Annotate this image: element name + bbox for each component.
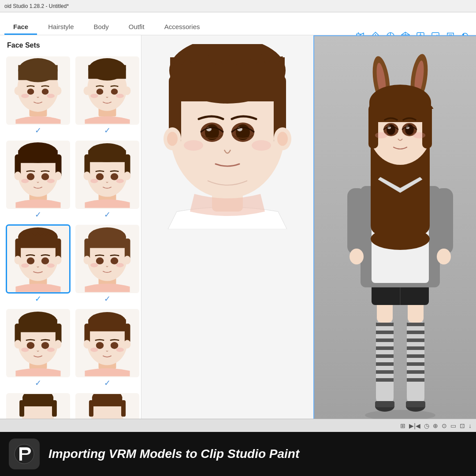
list-item[interactable]: ✓ xyxy=(4,54,73,138)
check-mark-1: ✓ xyxy=(35,126,41,135)
list-item[interactable]: ✓ xyxy=(4,222,73,306)
svg-rect-76 xyxy=(88,236,126,248)
avatar-3d-svg xyxy=(314,36,476,433)
face-thumb-3[interactable] xyxy=(6,141,70,209)
svg-rect-153 xyxy=(407,338,424,342)
svg-point-128 xyxy=(277,132,288,146)
list-item[interactable]: ✓ xyxy=(73,306,141,390)
svg-point-104 xyxy=(124,340,131,348)
status-icon-5[interactable]: ⊙ xyxy=(442,422,447,429)
check-mark-6: ✓ xyxy=(104,294,111,304)
status-bar: ⊞ ▶|◀ ◷ ⊕ ⊙ ▭ ⊡ ↓ xyxy=(0,419,476,432)
svg-rect-158 xyxy=(407,378,424,382)
svg-point-34 xyxy=(111,89,118,95)
tab-outfit[interactable]: Outfit xyxy=(120,19,153,35)
svg-point-70 xyxy=(41,257,49,264)
svg-point-43 xyxy=(15,171,22,180)
list-item[interactable]: ✓ xyxy=(73,54,141,138)
svg-point-72 xyxy=(47,264,55,268)
svg-point-177 xyxy=(371,228,430,250)
svg-point-68 xyxy=(55,256,62,264)
face-thumb-8[interactable] xyxy=(75,309,139,377)
svg-rect-157 xyxy=(407,370,424,374)
tab-face[interactable]: Face xyxy=(4,19,37,35)
svg-point-26 xyxy=(47,94,55,98)
svg-point-48 xyxy=(47,179,55,183)
status-icon-2[interactable]: ▶|◀ xyxy=(409,422,420,429)
banner-text: Importing VRM Models to Clip Studio Pain… xyxy=(48,447,299,461)
svg-point-46 xyxy=(41,173,49,180)
svg-point-81 xyxy=(96,257,104,264)
face-thumb-1[interactable] xyxy=(6,56,70,125)
tab-hairstyle[interactable]: Hairstyle xyxy=(39,19,82,35)
svg-rect-185 xyxy=(368,104,378,149)
preview-face xyxy=(150,44,305,229)
tab-body[interactable]: Body xyxy=(85,19,118,35)
svg-point-32 xyxy=(124,86,131,95)
svg-rect-112 xyxy=(19,400,24,416)
bottom-banner: Importing VRM Models to Clip Studio Pain… xyxy=(0,432,476,476)
svg-point-59 xyxy=(90,179,98,183)
list-item[interactable]: ✓ xyxy=(73,222,141,306)
svg-point-83 xyxy=(90,263,98,268)
svg-rect-154 xyxy=(407,346,424,350)
svg-rect-111 xyxy=(22,397,53,406)
svg-point-25 xyxy=(21,94,29,98)
svg-point-44 xyxy=(55,171,62,180)
right-panel-3d xyxy=(313,35,476,432)
face-thumb-5[interactable] xyxy=(6,225,70,293)
svg-point-95 xyxy=(21,348,29,352)
svg-rect-100 xyxy=(88,320,126,331)
status-icon-4[interactable]: ⊕ xyxy=(433,422,438,429)
svg-point-60 xyxy=(116,179,124,183)
status-icon-1[interactable]: ⊞ xyxy=(400,422,405,429)
status-icon-7[interactable]: ⊡ xyxy=(460,422,465,429)
svg-rect-152 xyxy=(407,331,424,334)
svg-point-194 xyxy=(413,132,425,138)
check-mark-8: ✓ xyxy=(104,378,111,388)
svg-rect-160 xyxy=(406,401,425,407)
face-thumb-6[interactable] xyxy=(75,225,139,293)
svg-rect-30 xyxy=(88,65,126,79)
svg-point-36 xyxy=(116,94,124,98)
check-mark-5: ✓ xyxy=(35,294,41,304)
svg-point-92 xyxy=(55,340,62,348)
svg-rect-145 xyxy=(376,362,394,366)
svg-rect-144 xyxy=(376,354,394,358)
list-item[interactable]: ✓ xyxy=(73,138,141,222)
face-thumb-4[interactable] xyxy=(75,141,139,209)
list-item[interactable]: ✓ xyxy=(4,306,73,390)
svg-point-45 xyxy=(27,173,35,180)
tab-accessories[interactable]: Accessories xyxy=(156,19,209,35)
svg-rect-118 xyxy=(121,400,126,416)
title-bar: oid Studio 1.28.2 - Untitled* xyxy=(0,0,476,12)
svg-point-71 xyxy=(21,264,29,268)
face-thumb-2[interactable] xyxy=(75,56,139,125)
list-item[interactable]: ✓ xyxy=(4,138,73,222)
svg-point-80 xyxy=(124,256,131,264)
svg-rect-116 xyxy=(92,397,122,406)
svg-point-35 xyxy=(90,94,98,98)
check-mark-3: ✓ xyxy=(35,210,41,219)
status-icon-6[interactable]: ▭ xyxy=(450,422,456,429)
status-icon-8[interactable]: ↓ xyxy=(469,422,472,429)
svg-rect-156 xyxy=(407,362,424,366)
svg-point-47 xyxy=(21,179,29,183)
check-mark-7: ✓ xyxy=(35,378,41,388)
face-thumb-7[interactable] xyxy=(6,309,70,377)
svg-point-84 xyxy=(116,263,124,268)
svg-rect-155 xyxy=(407,354,424,358)
svg-rect-64 xyxy=(18,236,57,248)
svg-point-96 xyxy=(47,348,55,352)
svg-point-58 xyxy=(111,173,119,180)
svg-point-56 xyxy=(124,171,131,180)
svg-point-107 xyxy=(90,348,98,352)
face-grid: ✓ xyxy=(0,54,141,432)
svg-rect-141 xyxy=(376,331,394,334)
face-preview-svg xyxy=(150,44,305,229)
svg-point-93 xyxy=(27,342,35,349)
svg-point-55 xyxy=(84,171,91,180)
svg-point-94 xyxy=(41,342,49,349)
status-icon-3[interactable]: ◷ xyxy=(424,422,429,429)
banner-logo xyxy=(9,439,40,469)
